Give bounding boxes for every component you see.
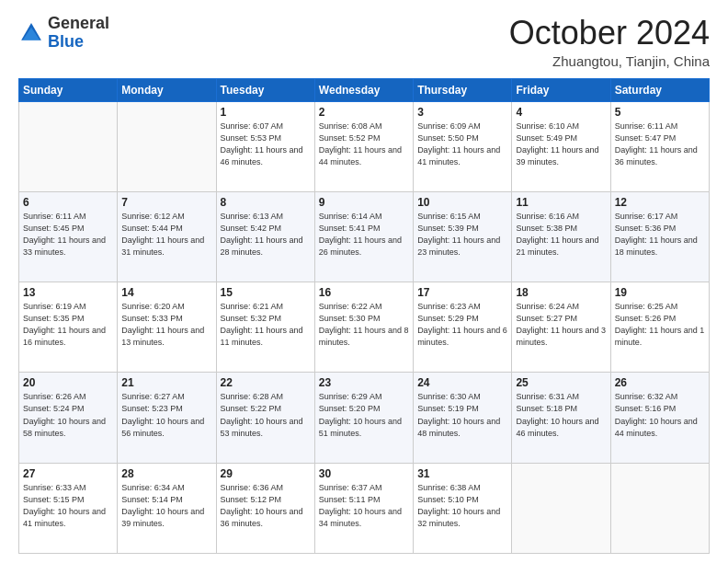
col-friday: Friday [512, 78, 610, 101]
day-info: Sunrise: 6:19 AM Sunset: 5:35 PM Dayligh… [23, 301, 113, 349]
table-row: 11Sunrise: 6:16 AM Sunset: 5:38 PM Dayli… [512, 191, 610, 282]
day-number: 7 [121, 196, 211, 209]
col-monday: Monday [118, 78, 216, 101]
day-number: 17 [417, 286, 507, 299]
day-number: 12 [615, 196, 705, 209]
day-info: Sunrise: 6:22 AM Sunset: 5:30 PM Dayligh… [319, 301, 409, 349]
day-number: 29 [221, 467, 311, 480]
logo: General Blue [18, 15, 109, 52]
day-number: 16 [319, 286, 409, 299]
day-number: 21 [121, 376, 211, 389]
table-row: 12Sunrise: 6:17 AM Sunset: 5:36 PM Dayli… [610, 191, 709, 282]
day-number: 2 [319, 106, 409, 119]
table-row: 19Sunrise: 6:25 AM Sunset: 5:26 PM Dayli… [610, 282, 709, 373]
day-number: 3 [417, 106, 507, 119]
day-number: 6 [23, 196, 113, 209]
day-info: Sunrise: 6:25 AM Sunset: 5:26 PM Dayligh… [615, 301, 705, 349]
day-number: 14 [121, 286, 211, 299]
table-row: 28Sunrise: 6:34 AM Sunset: 5:14 PM Dayli… [118, 463, 216, 553]
col-saturday: Saturday [610, 78, 709, 101]
day-info: Sunrise: 6:32 AM Sunset: 5:16 PM Dayligh… [615, 391, 705, 439]
day-info: Sunrise: 6:20 AM Sunset: 5:33 PM Dayligh… [121, 301, 211, 349]
table-row: 24Sunrise: 6:30 AM Sunset: 5:19 PM Dayli… [414, 373, 512, 463]
calendar-week-row: 27Sunrise: 6:33 AM Sunset: 5:15 PM Dayli… [19, 463, 710, 553]
calendar-table: Sunday Monday Tuesday Wednesday Thursday… [18, 78, 710, 554]
calendar-week-row: 1Sunrise: 6:07 AM Sunset: 5:53 PM Daylig… [19, 101, 710, 191]
calendar-week-row: 13Sunrise: 6:19 AM Sunset: 5:35 PM Dayli… [19, 282, 710, 373]
day-number: 24 [417, 376, 507, 389]
table-row: 27Sunrise: 6:33 AM Sunset: 5:15 PM Dayli… [19, 463, 118, 553]
day-info: Sunrise: 6:27 AM Sunset: 5:23 PM Dayligh… [121, 391, 211, 439]
logo-general: General [48, 14, 109, 32]
table-row: 2Sunrise: 6:08 AM Sunset: 5:52 PM Daylig… [314, 101, 413, 191]
day-info: Sunrise: 6:29 AM Sunset: 5:20 PM Dayligh… [319, 391, 409, 439]
day-number: 31 [417, 467, 507, 480]
day-info: Sunrise: 6:11 AM Sunset: 5:45 PM Dayligh… [23, 211, 113, 259]
day-number: 11 [516, 196, 606, 209]
day-info: Sunrise: 6:24 AM Sunset: 5:27 PM Dayligh… [516, 301, 606, 349]
calendar-header-row: Sunday Monday Tuesday Wednesday Thursday… [19, 78, 710, 101]
table-row: 31Sunrise: 6:38 AM Sunset: 5:10 PM Dayli… [414, 463, 512, 553]
day-number: 30 [319, 467, 409, 480]
day-number: 8 [221, 196, 311, 209]
calendar-week-row: 20Sunrise: 6:26 AM Sunset: 5:24 PM Dayli… [19, 373, 710, 463]
table-row: 29Sunrise: 6:36 AM Sunset: 5:12 PM Dayli… [216, 463, 314, 553]
table-row: 3Sunrise: 6:09 AM Sunset: 5:50 PM Daylig… [414, 101, 512, 191]
table-row [512, 463, 610, 553]
subtitle: Zhuangtou, Tianjin, China [509, 53, 710, 69]
table-row: 20Sunrise: 6:26 AM Sunset: 5:24 PM Dayli… [19, 373, 118, 463]
day-info: Sunrise: 6:30 AM Sunset: 5:19 PM Dayligh… [417, 391, 507, 439]
day-info: Sunrise: 6:17 AM Sunset: 5:36 PM Dayligh… [615, 211, 705, 259]
table-row: 17Sunrise: 6:23 AM Sunset: 5:29 PM Dayli… [414, 282, 512, 373]
day-number: 20 [23, 376, 113, 389]
col-thursday: Thursday [414, 78, 512, 101]
day-info: Sunrise: 6:21 AM Sunset: 5:32 PM Dayligh… [221, 301, 311, 349]
table-row: 14Sunrise: 6:20 AM Sunset: 5:33 PM Dayli… [118, 282, 216, 373]
day-info: Sunrise: 6:07 AM Sunset: 5:53 PM Dayligh… [221, 121, 311, 168]
table-row: 13Sunrise: 6:19 AM Sunset: 5:35 PM Dayli… [19, 282, 118, 373]
table-row: 21Sunrise: 6:27 AM Sunset: 5:23 PM Dayli… [118, 373, 216, 463]
calendar-week-row: 6Sunrise: 6:11 AM Sunset: 5:45 PM Daylig… [19, 191, 710, 282]
day-number: 9 [319, 196, 409, 209]
day-info: Sunrise: 6:09 AM Sunset: 5:50 PM Dayligh… [417, 121, 507, 168]
table-row [19, 101, 118, 191]
day-number: 5 [615, 106, 705, 119]
col-sunday: Sunday [19, 78, 118, 101]
logo-blue: Blue [48, 32, 84, 51]
title-block: October 2024 Zhuangtou, Tianjin, China [509, 15, 710, 69]
day-number: 15 [221, 286, 311, 299]
table-row: 8Sunrise: 6:13 AM Sunset: 5:42 PM Daylig… [216, 191, 314, 282]
day-info: Sunrise: 6:16 AM Sunset: 5:38 PM Dayligh… [516, 211, 606, 259]
day-number: 22 [221, 376, 311, 389]
day-info: Sunrise: 6:15 AM Sunset: 5:39 PM Dayligh… [417, 211, 507, 259]
table-row: 10Sunrise: 6:15 AM Sunset: 5:39 PM Dayli… [414, 191, 512, 282]
day-number: 28 [121, 467, 211, 480]
day-number: 4 [516, 106, 606, 119]
day-number: 26 [615, 376, 705, 389]
table-row: 4Sunrise: 6:10 AM Sunset: 5:49 PM Daylig… [512, 101, 610, 191]
day-info: Sunrise: 6:08 AM Sunset: 5:52 PM Dayligh… [319, 121, 409, 168]
logo-text: General Blue [48, 15, 109, 52]
table-row: 26Sunrise: 6:32 AM Sunset: 5:16 PM Dayli… [610, 373, 709, 463]
month-title: October 2024 [509, 15, 710, 52]
day-number: 25 [516, 376, 606, 389]
day-info: Sunrise: 6:38 AM Sunset: 5:10 PM Dayligh… [417, 482, 507, 530]
table-row: 7Sunrise: 6:12 AM Sunset: 5:44 PM Daylig… [118, 191, 216, 282]
day-number: 27 [23, 467, 113, 480]
logo-icon [18, 20, 44, 46]
day-info: Sunrise: 6:23 AM Sunset: 5:29 PM Dayligh… [417, 301, 507, 349]
day-info: Sunrise: 6:33 AM Sunset: 5:15 PM Dayligh… [23, 482, 113, 530]
table-row [118, 101, 216, 191]
page: General Blue October 2024 Zhuangtou, Tia… [0, 0, 728, 563]
table-row: 6Sunrise: 6:11 AM Sunset: 5:45 PM Daylig… [19, 191, 118, 282]
col-wednesday: Wednesday [314, 78, 413, 101]
day-info: Sunrise: 6:28 AM Sunset: 5:22 PM Dayligh… [221, 391, 311, 439]
day-number: 23 [319, 376, 409, 389]
day-info: Sunrise: 6:13 AM Sunset: 5:42 PM Dayligh… [221, 211, 311, 259]
day-number: 1 [221, 106, 311, 119]
day-number: 13 [23, 286, 113, 299]
day-number: 10 [417, 196, 507, 209]
day-info: Sunrise: 6:10 AM Sunset: 5:49 PM Dayligh… [516, 121, 606, 168]
day-info: Sunrise: 6:31 AM Sunset: 5:18 PM Dayligh… [516, 391, 606, 439]
day-info: Sunrise: 6:36 AM Sunset: 5:12 PM Dayligh… [221, 482, 311, 530]
